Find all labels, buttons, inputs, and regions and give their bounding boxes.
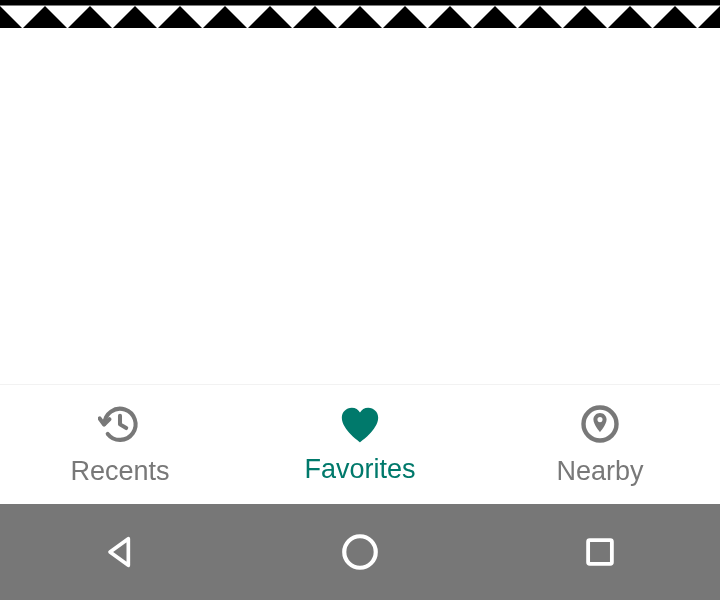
home-button[interactable] (338, 530, 382, 574)
nav-item-recents[interactable]: Recents (0, 385, 240, 504)
nav-label-nearby: Nearby (556, 456, 643, 487)
nav-item-nearby[interactable]: Nearby (480, 385, 720, 504)
svg-rect-2 (588, 540, 612, 564)
bottom-navigation: Recents Favorites Nearby (0, 384, 720, 504)
back-button[interactable] (98, 530, 142, 574)
location-icon (578, 402, 622, 446)
history-icon (98, 402, 142, 446)
system-navigation-bar (0, 504, 720, 600)
svg-point-1 (344, 536, 376, 568)
nav-label-favorites: Favorites (304, 454, 415, 485)
nav-item-favorites[interactable]: Favorites (240, 385, 480, 504)
content-area (0, 28, 720, 384)
cropped-top-edge (0, 0, 720, 28)
nav-label-recents: Recents (70, 456, 169, 487)
heart-icon (338, 404, 382, 444)
overview-button[interactable] (578, 530, 622, 574)
